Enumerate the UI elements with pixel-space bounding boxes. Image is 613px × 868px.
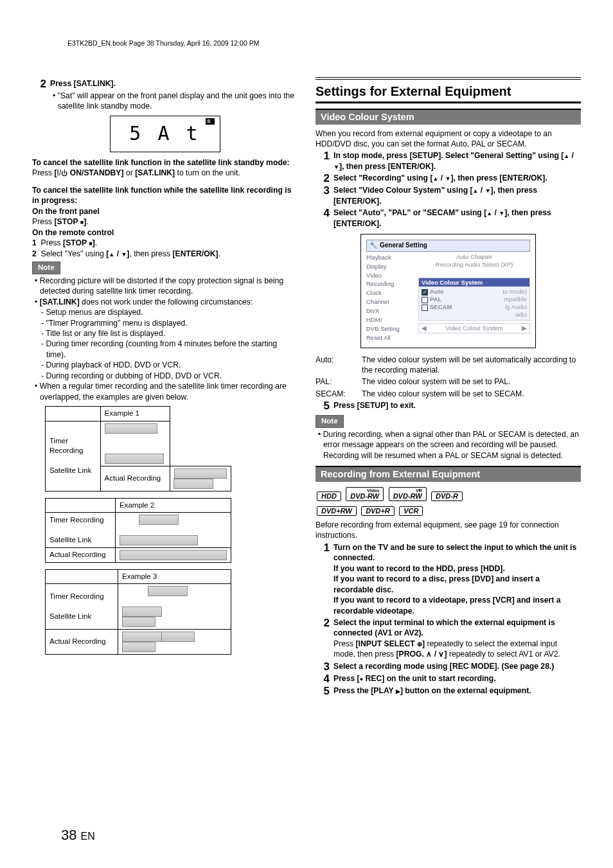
step-text: In stop mode, press [SETUP]. Select "Gen… — [333, 150, 581, 172]
def-key: PAL: — [315, 376, 362, 387]
note-dash: - "Timer Programming" menu is displayed. — [32, 318, 298, 328]
remote-step2: 2 Select "Yes" using [ / ], then press [… — [32, 249, 298, 259]
note-tag: Note — [32, 261, 60, 274]
note-dash: - During timer recording (counting from … — [32, 339, 298, 360]
front-panel-body: Press [STOP ]. — [32, 217, 298, 227]
note-item: • Recording picture will be distorted if… — [32, 276, 298, 297]
media-badge: VideoDVD-RW — [346, 487, 384, 501]
table-row-label: Actual Recording — [46, 547, 116, 562]
note-dash: - During recording or dubbing of HDD, DV… — [32, 371, 298, 381]
table-row-label: Timer RecordingSatellite Link — [46, 421, 101, 491]
step-text: Select "Auto", "PAL" or "SECAM" using [ … — [333, 208, 581, 229]
example-table-3: Example 3 Timer RecordingSatellite Link … — [45, 569, 231, 655]
osd-popup: Video Colour System ✓Auto to mode) PAL m… — [418, 278, 530, 321]
rec-intro: Before recording from external equipment… — [315, 520, 581, 541]
step-number: 5 — [315, 400, 330, 411]
running-header: E3TK2BD_EN.book Page 38 Thursday, April … — [67, 39, 259, 48]
media-badge: VCR — [399, 506, 423, 516]
step-number: 3 — [315, 661, 330, 672]
note-item: • [SAT.LINK] does not work under the fol… — [32, 297, 298, 307]
cancel-standby-head: To cancel the satellite link function in… — [32, 157, 298, 168]
lcd-badge: S — [206, 118, 214, 125]
subsection-bar: Video Colour System — [315, 109, 581, 125]
note-dash: - Title list or any file list is display… — [32, 328, 298, 339]
step-text: Press the [PLAY ] button on the external… — [333, 686, 531, 696]
media-badge: VRDVD-RW — [389, 487, 427, 501]
table-row-label: Timer RecordingSatellite Link — [46, 584, 118, 630]
media-badge: DVD+R — [361, 506, 395, 516]
note-dash: - Setup menus are displayed. — [32, 307, 298, 317]
remote-step1: 1 Press [STOP ]. — [32, 238, 298, 248]
def-val: The video colour system will be set to S… — [362, 389, 524, 399]
front-panel-head: On the front panel — [32, 206, 298, 217]
note-dash: - During playback of HDD, DVD or VCR. — [32, 360, 298, 370]
def-val: The video colour system will be set auto… — [362, 355, 581, 376]
lcd-display: 5 A t S — [110, 116, 220, 152]
step-number: 2 — [315, 173, 330, 184]
osd-panel: Auto Chapter Recording Audio Select (XP)… — [418, 253, 530, 342]
step-number: 3 — [315, 185, 330, 196]
rule — [315, 77, 581, 80]
step-number: 5 — [315, 686, 330, 696]
remote-head: On the remote control — [32, 227, 298, 238]
step-number: 2 — [32, 78, 46, 89]
section-title: Settings for External Equipment — [315, 84, 581, 103]
media-badge: HDD — [317, 492, 341, 501]
osd-screenshot: 🔧 General Setting PlaybackDisplayVideo R… — [360, 234, 536, 348]
subsection-bar: Recording from External Equipment — [315, 466, 581, 482]
page: E3TK2BD_EN.book Page 38 Thursday, April … — [0, 0, 613, 868]
step-text: Press [SETUP] to exit. — [333, 400, 416, 411]
step-text: Select "Recording" using [ / ], then pre… — [333, 173, 547, 183]
note-tag: Note — [315, 415, 344, 428]
table-row-label: Timer RecordingSatellite Link — [46, 513, 116, 548]
cancel-inprog-head: To cancel the satellite link function wh… — [32, 185, 298, 206]
step-bullet: • "Sat" will appear on the front panel d… — [50, 91, 298, 112]
step-text: Select "Video Colour System" using [ / ]… — [333, 185, 581, 206]
step-number: 4 — [315, 673, 330, 684]
left-column: 2 Press [SAT.LINK]. • "Sat" will appear … — [32, 77, 298, 698]
osd-sidebar: PlaybackDisplayVideo RecordingClockChann… — [366, 253, 414, 342]
media-badges: HDD VideoDVD-RW VRDVD-RW DVD-R — [315, 486, 581, 502]
step-text: Select a recording mode using [REC MODE]… — [333, 661, 554, 671]
step-text: Select the input terminal to which the e… — [333, 617, 581, 660]
media-badge: DVD+RW — [317, 506, 357, 516]
step-text: Turn on the TV and be sure to select the… — [333, 542, 581, 616]
note-item: • When a regular timer recording and the… — [32, 381, 298, 402]
example-title: Example 1 — [100, 407, 170, 421]
media-badge: DVD-R — [431, 492, 463, 501]
step-text: Press [ REC] on the unit to start record… — [333, 673, 496, 684]
example-table-1: Example 1 Timer RecordingSatellite Link … — [45, 406, 231, 492]
example-title: Example 3 — [118, 569, 231, 584]
def-key: Auto: — [315, 355, 362, 376]
note-item: • During recording, when a signal other … — [315, 429, 581, 461]
cancel-standby-body: Press [I/ ON/STANDBY] or [SAT.LINK] to t… — [32, 168, 298, 178]
def-key: SECAM: — [315, 389, 362, 399]
example-title: Example 2 — [116, 498, 231, 513]
media-badges: DVD+RW DVD+R VCR — [315, 505, 581, 517]
step-number: 1 — [315, 542, 330, 553]
table-row-label: Actual Recording — [46, 629, 118, 654]
intro-text: When you record from external equipment … — [315, 128, 581, 150]
step-number: 2 — [315, 617, 330, 628]
page-number: 38EN — [61, 828, 95, 842]
def-val: The video colour system will be set to P… — [362, 376, 510, 387]
example-table-2: Example 2 Timer RecordingSatellite Link … — [45, 498, 231, 563]
osd-title: 🔧 General Setting — [366, 240, 530, 252]
step-text: Press [SAT.LINK]. — [50, 78, 116, 89]
step-number: 4 — [315, 208, 330, 218]
step-number: 1 — [315, 150, 330, 161]
right-column: Settings for External Equipment Video Co… — [315, 77, 581, 698]
table-row-label: Actual Recording — [100, 466, 170, 491]
